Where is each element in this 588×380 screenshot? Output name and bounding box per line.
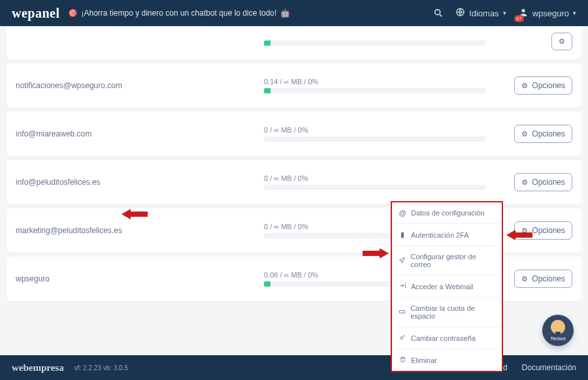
menu-label: Cambiar la cuota de espacio — [410, 304, 495, 320]
annotation-arrow — [122, 208, 148, 221]
languages-label: Idiomas — [469, 8, 499, 18]
notif-badge: 27 — [514, 15, 524, 22]
gear-icon: ⚙ — [521, 275, 528, 283]
progress-bar — [264, 88, 486, 93]
send-icon — [399, 257, 406, 265]
footer-brand[interactable]: webempresa — [12, 362, 64, 373]
usage-cell: 0 / ∞ MB / 0% — [264, 126, 504, 142]
menu-webmail[interactable]: Acceder a Webmail — [392, 276, 502, 298]
topbar-right: Idiomas ▾ 27 wpseguro ▾ — [433, 7, 576, 20]
table-row: info@peluditosfelices.es 0 / ∞ MB / 0% ⚙… — [7, 160, 581, 204]
usage-text: 0 / ∞ MB / 0% — [264, 126, 504, 134]
footer-docs[interactable]: Documentación — [522, 363, 576, 372]
svg-marker-8 — [363, 248, 389, 259]
gear-icon: ⚙ — [521, 178, 528, 187]
menu-label: Datos de configuración — [411, 209, 485, 217]
globe-icon — [455, 7, 465, 19]
gear-icon: ⚙ — [521, 130, 528, 138]
gear-icon: ⚙ — [559, 37, 565, 46]
menu-label: Autenticación 2FA — [411, 231, 469, 239]
robot-icon: 🤖 — [280, 8, 290, 18]
brand-logo[interactable]: wepanel — [12, 6, 60, 21]
slogan-text: ¡Ahorra tiempo y dinero con un chatbot q… — [82, 8, 277, 18]
email-cell: wpseguro — [16, 274, 257, 283]
options-label: Opciones — [532, 226, 565, 235]
svg-line-1 — [440, 14, 442, 16]
tecbot-button[interactable]: Tecbot — [542, 315, 574, 346]
options-button[interactable]: ⚙ — [551, 33, 572, 50]
svg-rect-4 — [399, 310, 404, 313]
options-button[interactable]: ⚙ Opciones — [514, 173, 572, 191]
menu-config[interactable]: @ Datos de configuración — [392, 202, 502, 224]
languages-menu[interactable]: Idiomas ▾ — [455, 7, 506, 19]
progress-bar — [264, 40, 486, 46]
search-icon[interactable] — [433, 8, 444, 18]
options-label: Opciones — [532, 129, 565, 138]
options-label: Opciones — [532, 81, 565, 90]
avatar-icon — [551, 320, 565, 334]
annotation-arrow — [363, 247, 389, 260]
progress-bar — [264, 136, 486, 142]
gear-icon: ⚙ — [521, 82, 528, 90]
trash-icon — [399, 356, 406, 364]
user-menu[interactable]: 27 wpseguro ▾ — [518, 7, 576, 20]
menu-2fa[interactable]: ▮ Autenticación 2FA — [392, 224, 502, 246]
svg-point-5 — [400, 337, 402, 340]
usage-text: 0.14 / ∞ MB / 0% — [264, 78, 504, 86]
menu-password[interactable]: Cambiar contraseña — [392, 327, 502, 349]
annotation-arrow — [506, 229, 532, 242]
svg-point-0 — [435, 10, 440, 15]
slogan: 🎯 ¡Ahorra tiempo y dinero con un chatbot… — [68, 8, 291, 18]
at-icon: @ — [399, 209, 406, 217]
table-row: info@miareaweb.com 0 / ∞ MB / 0% ⚙ Opcio… — [7, 112, 581, 156]
table-row: ⚙ — [7, 27, 581, 59]
options-button[interactable]: ⚙ Opciones — [514, 125, 572, 143]
options-label: Opciones — [532, 274, 565, 283]
footer-version: vf: 2.2.23 vb: 3.0.5 — [74, 364, 128, 372]
target-icon: 🎯 — [68, 8, 78, 18]
email-cell: info@peluditosfelices.es — [16, 178, 257, 187]
usage-cell — [264, 38, 504, 46]
table-row: notificaciones@wpseguro.com 0.14 / ∞ MB … — [7, 63, 581, 108]
login-icon — [399, 282, 406, 291]
username-label: wpseguro — [532, 8, 569, 18]
topbar: wepanel 🎯 ¡Ahorra tiempo y dinero con un… — [0, 0, 588, 26]
options-button[interactable]: ⚙ Opciones — [514, 76, 572, 95]
chevron-down-icon: ▾ — [573, 10, 576, 16]
email-cell: marketing@peluditosfelices.es — [16, 226, 257, 235]
email-cell: notificaciones@wpseguro.com — [16, 81, 257, 90]
tecbot-label: Tecbot — [550, 336, 566, 341]
menu-label: Eliminar — [411, 356, 437, 364]
usage-cell: 0.14 / ∞ MB / 0% — [264, 78, 504, 93]
progress-bar — [264, 185, 486, 190]
usage-cell: 0 / ∞ MB / 0% — [264, 174, 504, 190]
chevron-down-icon: ▾ — [503, 10, 506, 16]
menu-quota[interactable]: Cambiar la cuota de espacio — [392, 298, 502, 327]
options-button[interactable]: ⚙ Opciones — [514, 270, 572, 288]
options-dropdown: @ Datos de configuración ▮ Autenticación… — [391, 201, 503, 372]
menu-label: Configurar gestor de correo — [411, 253, 495, 268]
menu-delete[interactable]: Eliminar — [392, 349, 502, 371]
email-cell: info@miareaweb.com — [16, 129, 257, 138]
options-label: Opciones — [532, 178, 565, 187]
svg-point-3 — [521, 8, 525, 12]
menu-gestor[interactable]: Configurar gestor de correo — [392, 246, 502, 276]
key-icon — [399, 334, 406, 342]
phone-icon: ▮ — [399, 230, 406, 239]
menu-label: Cambiar contraseña — [411, 334, 476, 342]
menu-label: Acceder a Webmail — [411, 283, 473, 291]
svg-marker-7 — [506, 230, 532, 240]
svg-marker-6 — [122, 209, 148, 219]
disk-icon — [399, 308, 406, 317]
usage-text: 0 / ∞ MB / 0% — [264, 174, 504, 182]
